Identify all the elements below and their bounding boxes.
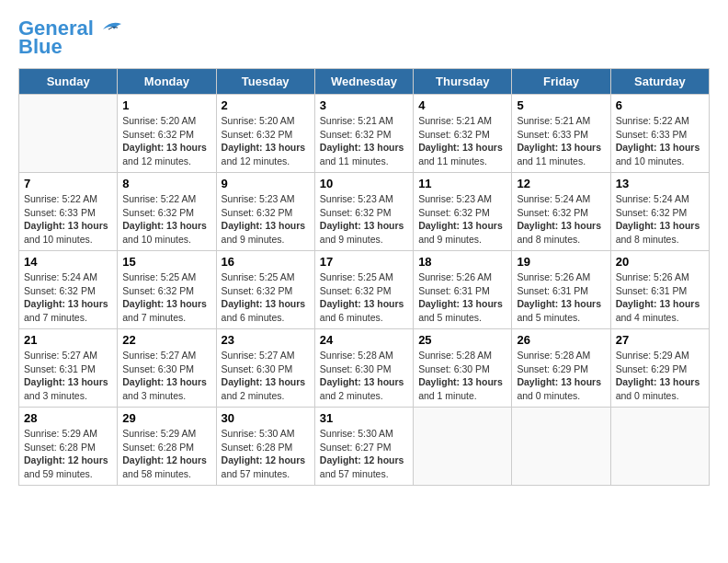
day-number: 8	[122, 177, 210, 190]
calendar-cell: 24Sunrise: 5:28 AMSunset: 6:30 PMDayligh…	[314, 329, 413, 408]
day-number: 12	[517, 177, 605, 190]
day-info: Sunrise: 5:22 AMSunset: 6:33 PMDaylight:…	[24, 192, 112, 247]
day-number: 10	[320, 177, 408, 190]
day-number: 13	[616, 177, 704, 190]
calendar-table: SundayMondayTuesdayWednesdayThursdayFrid…	[18, 68, 710, 486]
day-number: 28	[24, 411, 112, 425]
day-number: 7	[24, 177, 112, 190]
day-info: Sunrise: 5:29 AMSunset: 6:28 PMDaylight:…	[122, 427, 210, 481]
day-number: 1	[122, 98, 210, 112]
day-info: Sunrise: 5:28 AMSunset: 6:30 PMDaylight:…	[418, 349, 506, 403]
day-number: 3	[320, 98, 408, 112]
day-info: Sunrise: 5:30 AMSunset: 6:27 PMDaylight:…	[320, 427, 408, 481]
calendar-cell: 27Sunrise: 5:29 AMSunset: 6:29 PMDayligh…	[610, 329, 709, 408]
calendar-cell: 26Sunrise: 5:28 AMSunset: 6:29 PMDayligh…	[512, 329, 610, 408]
day-number: 15	[122, 255, 210, 269]
day-info: Sunrise: 5:26 AMSunset: 6:31 PMDaylight:…	[616, 270, 704, 325]
day-info: Sunrise: 5:22 AMSunset: 6:32 PMDaylight:…	[122, 192, 210, 247]
day-info: Sunrise: 5:30 AMSunset: 6:28 PMDaylight:…	[222, 427, 310, 481]
calendar-cell: 31Sunrise: 5:30 AMSunset: 6:27 PMDayligh…	[314, 408, 413, 486]
calendar-cell: 10Sunrise: 5:23 AMSunset: 6:32 PMDayligh…	[314, 173, 413, 251]
day-info: Sunrise: 5:28 AMSunset: 6:29 PMDaylight:…	[517, 349, 605, 403]
week-row-2: 7Sunrise: 5:22 AMSunset: 6:33 PMDaylight…	[19, 173, 710, 251]
calendar-cell: 7Sunrise: 5:22 AMSunset: 6:33 PMDaylight…	[19, 173, 118, 251]
day-info: Sunrise: 5:25 AMSunset: 6:32 PMDaylight:…	[222, 270, 310, 325]
calendar-cell: 5Sunrise: 5:21 AMSunset: 6:33 PMDaylight…	[512, 95, 610, 173]
day-number: 23	[222, 333, 310, 347]
calendar-cell: 8Sunrise: 5:22 AMSunset: 6:32 PMDaylight…	[118, 173, 216, 251]
day-number: 11	[418, 177, 506, 190]
day-number: 22	[122, 333, 210, 347]
day-header-wednesday: Wednesday	[314, 69, 413, 95]
calendar-cell: 18Sunrise: 5:26 AMSunset: 6:31 PMDayligh…	[414, 251, 512, 329]
calendar-cell: 20Sunrise: 5:26 AMSunset: 6:31 PMDayligh…	[610, 251, 709, 329]
calendar-cell: 25Sunrise: 5:28 AMSunset: 6:30 PMDayligh…	[414, 329, 512, 408]
day-number: 2	[222, 98, 310, 112]
day-info: Sunrise: 5:25 AMSunset: 6:32 PMDaylight:…	[320, 270, 408, 325]
day-number: 31	[320, 411, 408, 425]
day-number: 19	[517, 255, 605, 269]
day-info: Sunrise: 5:20 AMSunset: 6:32 PMDaylight:…	[122, 114, 210, 168]
day-info: Sunrise: 5:26 AMSunset: 6:31 PMDaylight:…	[517, 270, 605, 325]
day-info: Sunrise: 5:21 AMSunset: 6:33 PMDaylight:…	[517, 114, 605, 168]
day-number: 30	[222, 411, 310, 425]
calendar-cell	[414, 408, 512, 486]
calendar-cell	[19, 95, 118, 173]
day-header-saturday: Saturday	[610, 69, 709, 95]
calendar-cell: 12Sunrise: 5:24 AMSunset: 6:32 PMDayligh…	[512, 173, 610, 251]
calendar-cell: 19Sunrise: 5:26 AMSunset: 6:31 PMDayligh…	[512, 251, 610, 329]
day-number: 26	[517, 333, 605, 347]
day-header-sunday: Sunday	[19, 69, 118, 95]
calendar-cell: 13Sunrise: 5:24 AMSunset: 6:32 PMDayligh…	[610, 173, 709, 251]
day-info: Sunrise: 5:24 AMSunset: 6:32 PMDaylight:…	[24, 270, 112, 325]
week-row-3: 14Sunrise: 5:24 AMSunset: 6:32 PMDayligh…	[19, 251, 710, 329]
day-info: Sunrise: 5:29 AMSunset: 6:29 PMDaylight:…	[616, 349, 704, 403]
day-info: Sunrise: 5:24 AMSunset: 6:32 PMDaylight:…	[616, 192, 704, 247]
day-number: 24	[320, 333, 408, 347]
logo-blue-text: Blue	[18, 35, 63, 59]
day-info: Sunrise: 5:20 AMSunset: 6:32 PMDaylight:…	[222, 114, 310, 168]
day-info: Sunrise: 5:29 AMSunset: 6:28 PMDaylight:…	[24, 427, 112, 481]
day-number: 4	[418, 98, 506, 112]
day-info: Sunrise: 5:21 AMSunset: 6:32 PMDaylight:…	[418, 114, 506, 168]
day-info: Sunrise: 5:24 AMSunset: 6:32 PMDaylight:…	[517, 192, 605, 247]
day-info: Sunrise: 5:26 AMSunset: 6:31 PMDaylight:…	[418, 270, 506, 325]
calendar-cell: 9Sunrise: 5:23 AMSunset: 6:32 PMDaylight…	[216, 173, 314, 251]
day-header-monday: Monday	[118, 69, 216, 95]
logo: General Blue	[18, 18, 125, 59]
day-number: 6	[616, 98, 704, 112]
logo-bird-icon	[96, 17, 125, 37]
page-header: General Blue	[18, 18, 710, 59]
day-header-tuesday: Tuesday	[216, 69, 314, 95]
calendar-cell: 6Sunrise: 5:22 AMSunset: 6:33 PMDaylight…	[610, 95, 709, 173]
day-number: 27	[616, 333, 704, 347]
day-info: Sunrise: 5:21 AMSunset: 6:32 PMDaylight:…	[320, 114, 408, 168]
day-number: 25	[418, 333, 506, 347]
day-info: Sunrise: 5:23 AMSunset: 6:32 PMDaylight:…	[418, 192, 506, 247]
calendar-cell: 21Sunrise: 5:27 AMSunset: 6:31 PMDayligh…	[19, 329, 118, 408]
day-number: 14	[24, 255, 112, 269]
day-info: Sunrise: 5:27 AMSunset: 6:30 PMDaylight:…	[222, 349, 310, 403]
calendar-cell: 4Sunrise: 5:21 AMSunset: 6:32 PMDaylight…	[414, 95, 512, 173]
day-number: 17	[320, 255, 408, 269]
day-info: Sunrise: 5:25 AMSunset: 6:32 PMDaylight:…	[122, 270, 210, 325]
day-info: Sunrise: 5:23 AMSunset: 6:32 PMDaylight:…	[320, 192, 408, 247]
calendar-cell: 30Sunrise: 5:30 AMSunset: 6:28 PMDayligh…	[216, 408, 314, 486]
calendar-cell: 3Sunrise: 5:21 AMSunset: 6:32 PMDaylight…	[314, 95, 413, 173]
calendar-cell: 23Sunrise: 5:27 AMSunset: 6:30 PMDayligh…	[216, 329, 314, 408]
day-number: 20	[616, 255, 704, 269]
day-number: 9	[222, 177, 310, 190]
calendar-cell	[512, 408, 610, 486]
calendar-cell: 28Sunrise: 5:29 AMSunset: 6:28 PMDayligh…	[19, 408, 118, 486]
calendar-cell: 17Sunrise: 5:25 AMSunset: 6:32 PMDayligh…	[314, 251, 413, 329]
day-number: 29	[122, 411, 210, 425]
week-row-4: 21Sunrise: 5:27 AMSunset: 6:31 PMDayligh…	[19, 329, 710, 408]
day-number: 21	[24, 333, 112, 347]
calendar-cell: 1Sunrise: 5:20 AMSunset: 6:32 PMDaylight…	[118, 95, 216, 173]
week-row-5: 28Sunrise: 5:29 AMSunset: 6:28 PMDayligh…	[19, 408, 710, 486]
day-header-friday: Friday	[512, 69, 610, 95]
calendar-cell: 22Sunrise: 5:27 AMSunset: 6:30 PMDayligh…	[118, 329, 216, 408]
day-info: Sunrise: 5:27 AMSunset: 6:31 PMDaylight:…	[24, 349, 112, 403]
calendar-cell: 14Sunrise: 5:24 AMSunset: 6:32 PMDayligh…	[19, 251, 118, 329]
day-info: Sunrise: 5:28 AMSunset: 6:30 PMDaylight:…	[320, 349, 408, 403]
